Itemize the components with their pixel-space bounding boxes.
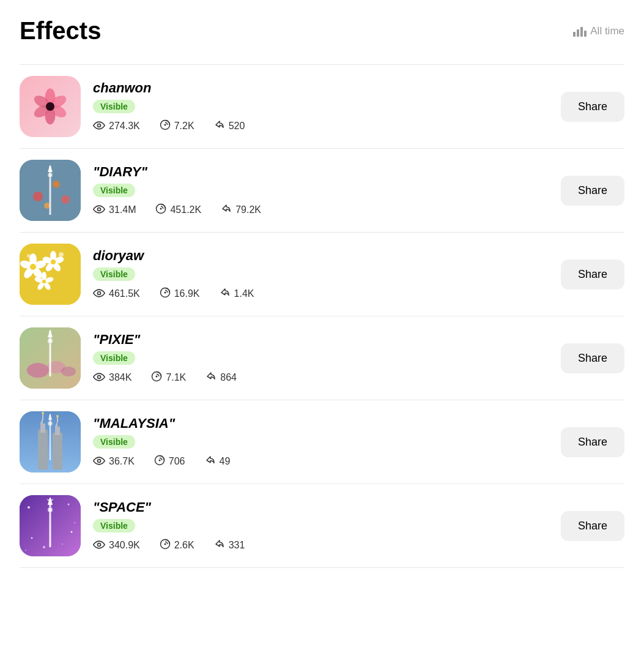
svg-point-20: [160, 207, 162, 209]
effect-name: dioryaw: [93, 248, 549, 264]
effect-name: chanwon: [93, 80, 549, 96]
svg-point-54: [156, 375, 158, 377]
views-stat: 31.4M: [93, 204, 136, 217]
uses-stat: 706: [154, 455, 185, 469]
effect-thumbnail: [20, 327, 81, 389]
svg-point-79: [71, 531, 73, 533]
svg-point-52: [98, 375, 101, 378]
views-value: 274.3K: [109, 121, 140, 132]
shares-value: 79.2K: [235, 204, 261, 215]
eye-icon: [93, 539, 105, 552]
effect-stats: 461.5K 16.9K: [93, 287, 549, 301]
shares-value: 1.4K: [234, 288, 254, 299]
uses-value: 7.1K: [166, 372, 186, 383]
effect-thumbnail: [20, 411, 81, 472]
list-item: "MALAYSIA" Visible 36.7K: [20, 400, 624, 484]
uses-value: 2.6K: [174, 540, 194, 551]
eye-icon: [93, 120, 105, 133]
svg-point-9: [164, 124, 166, 125]
share-button[interactable]: Share: [561, 343, 624, 373]
effect-info: chanwon Visible 274.3K: [93, 80, 549, 133]
svg-point-78: [43, 546, 45, 548]
uses-stat: 16.9K: [160, 287, 200, 301]
effect-thumbnail: [20, 244, 81, 305]
effect-info: "MALAYSIA" Visible 36.7K: [93, 416, 549, 469]
lens-icon: [160, 539, 171, 553]
svg-rect-58: [40, 424, 45, 433]
views-stat: 36.7K: [93, 455, 135, 468]
svg-point-71: [158, 459, 160, 461]
list-item: dioryaw Visible 461.5K: [20, 233, 624, 316]
effect-thumbnail: [20, 495, 81, 556]
svg-point-39: [42, 280, 46, 283]
svg-point-80: [25, 550, 26, 551]
share-button[interactable]: Share: [561, 92, 624, 122]
svg-rect-57: [53, 433, 62, 469]
effect-stats: 36.7K 706: [93, 455, 549, 469]
effects-list: chanwon Visible 274.3K: [20, 64, 624, 568]
svg-point-74: [68, 504, 70, 506]
time-filter[interactable]: All time: [573, 25, 624, 37]
views-value: 31.4M: [109, 204, 136, 215]
page-title: Effects: [20, 17, 101, 45]
share-button[interactable]: Share: [561, 176, 624, 206]
effect-stats: 384K 7.1K: [93, 371, 549, 385]
svg-point-46: [27, 363, 49, 378]
svg-point-65: [56, 415, 59, 417]
svg-rect-56: [38, 430, 48, 469]
views-value: 461.5K: [109, 288, 140, 299]
shares-stat: 49: [205, 455, 231, 469]
svg-point-64: [42, 412, 44, 414]
share-button[interactable]: Share: [561, 427, 624, 457]
lens-icon: [160, 287, 171, 301]
svg-point-83: [48, 507, 53, 512]
uses-stat: 451.2K: [155, 203, 201, 217]
share-icon: [220, 287, 231, 301]
bar-chart-icon: [573, 26, 587, 37]
effect-name: "MALAYSIA": [93, 416, 549, 431]
svg-point-77: [62, 543, 63, 545]
svg-point-75: [74, 522, 75, 523]
list-item: "SPACE" Visible 340.9K: [20, 484, 624, 568]
effect-info: "DIARY" Visible 31.4M: [93, 164, 549, 217]
svg-point-11: [33, 192, 43, 201]
svg-point-48: [61, 367, 76, 376]
share-button[interactable]: Share: [561, 511, 624, 541]
effect-name: "DIARY": [93, 164, 549, 180]
shares-value: 520: [229, 121, 245, 132]
effect-thumbnail: [20, 160, 81, 221]
views-stat: 384K: [93, 372, 131, 384]
share-button[interactable]: Share: [561, 260, 624, 289]
share-icon: [205, 371, 217, 385]
svg-point-51: [48, 338, 53, 343]
uses-value: 7.2K: [174, 121, 194, 132]
shares-stat: 79.2K: [221, 203, 261, 217]
svg-point-6: [46, 102, 54, 111]
shares-value: 864: [220, 372, 237, 383]
eye-icon: [93, 372, 105, 384]
shares-stat: 331: [214, 539, 245, 553]
svg-point-68: [48, 422, 53, 426]
svg-point-73: [28, 506, 30, 509]
visible-badge: Visible: [93, 435, 135, 449]
svg-point-13: [61, 195, 70, 204]
visible-badge: Visible: [93, 184, 135, 197]
uses-value: 451.2K: [170, 204, 201, 215]
visible-badge: Visible: [93, 351, 135, 365]
share-icon: [214, 119, 225, 133]
effect-name: "SPACE": [93, 499, 549, 515]
list-item: "DIARY" Visible 31.4M: [20, 149, 624, 233]
share-icon: [205, 455, 216, 469]
svg-point-42: [98, 291, 101, 294]
page-header: Effects All time: [20, 17, 624, 45]
svg-point-34: [42, 272, 46, 280]
visible-badge: Visible: [93, 267, 135, 281]
effect-info: dioryaw Visible 461.5K: [93, 248, 549, 301]
effect-stats: 31.4M 451.2K: [93, 203, 549, 217]
lens-icon: [160, 119, 171, 133]
views-value: 36.7K: [109, 456, 135, 467]
uses-stat: 2.6K: [160, 539, 194, 553]
views-stat: 274.3K: [93, 120, 140, 133]
eye-icon: [93, 288, 105, 301]
shares-stat: 1.4K: [220, 287, 254, 301]
